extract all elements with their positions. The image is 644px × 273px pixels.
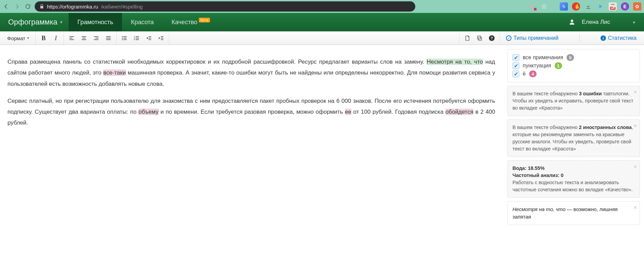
sidebar: ✔ все примечания 5 ✔ пунктуация 1 ✔ ё 4 … [503,45,644,228]
back-button[interactable] [2,2,10,11]
info-icon: i [601,35,606,41]
align-center-button[interactable] [78,33,90,43]
bookmark-star-icon[interactable] [540,2,548,11]
count-badge: 1 [555,62,562,69]
check-circle-icon: ✓ [506,35,511,41]
chevron-down-icon: ▼ [59,20,63,24]
user-icon[interactable] [569,19,575,25]
close-icon[interactable]: × [634,204,637,211]
paragraph: Справа размещена панель со статистикой н… [7,57,495,90]
username: Елена Лис [582,19,610,25]
ordered-list-button[interactable]: 123 [131,33,142,43]
extension-1-icon[interactable] [560,2,568,11]
address-bar[interactable]: https://orfogrammka.ru/кабинет/#spelling [35,1,415,12]
download-icon[interactable] [584,2,592,11]
align-justify-button[interactable] [103,33,114,43]
italic-button[interactable]: I [50,33,62,43]
checkbox-checked-icon[interactable]: ✔ [512,54,519,61]
align-right-button[interactable] [90,33,102,43]
indent-button[interactable] [155,33,167,43]
highlight-pink[interactable]: ее [345,109,351,115]
filter-yo[interactable]: ✔ ё 4 [512,70,635,77]
tab-quality-label: Качество [172,19,197,26]
highlight-green[interactable]: Несмотря на то, что [427,59,483,65]
highlight-pink[interactable]: обойдется [446,109,473,115]
chevron-down-icon: ▼ [27,36,30,40]
paragraph: Сервис платный, но при регистрации польз… [7,96,495,129]
filter-all[interactable]: ✔ все примечания 5 [512,54,635,61]
svg-text:?: ? [490,36,493,40]
extension-last-icon[interactable]: ✿ [633,2,641,11]
editor-area[interactable]: Справа размещена панель со статистикой н… [0,45,503,228]
brand-label: Орфограммка [8,18,57,27]
tab-beauty[interactable]: Красота [122,13,162,31]
lock-icon [39,4,44,9]
forward-button[interactable] [13,2,21,11]
annotation-card[interactable]: × Несмотря на то, что — возможно, лишняя… [507,201,640,225]
extension-adblock-icon[interactable]: ✋ [572,2,580,11]
editor-toolbar: Формат▼ B I 123 ? ✓ Типы примечаний i Ст… [0,31,644,45]
svg-rect-8 [477,36,481,39]
close-icon[interactable]: × [634,163,637,171]
url-origin: https://orfogrammka.ru [47,4,98,10]
tip-tautology: × В вашем тексте обнаружено 3 ошибки тав… [507,86,640,116]
profile-avatar[interactable]: Е [621,2,629,11]
close-icon[interactable]: × [634,122,637,130]
bold-button[interactable]: B [38,33,49,43]
filter-panel: ✔ все примечания 5 ✔ пунктуация 1 ✔ ё 4 [507,49,640,82]
align-left-button[interactable] [66,33,77,43]
help-button[interactable]: ? [486,33,498,43]
chevron-down-icon: ▼ [632,20,636,25]
svg-point-1 [122,36,123,37]
url-path: /кабинет/#spelling [101,4,143,10]
extension-play-icon[interactable] [596,2,605,11]
separator [579,34,580,42]
extension-off-icon[interactable]: off [609,2,617,11]
tip-water: × Вода: 18.55% Частотный анализ: 0 Работ… [507,160,640,198]
outdent-button[interactable] [143,33,155,43]
brand-menu[interactable]: Орфограммка ▼ [3,13,69,31]
bullet-list-button[interactable] [119,33,130,43]
format-dropdown[interactable]: Формат▼ [3,33,33,43]
highlight-pink[interactable]: все-таки [103,69,126,76]
close-icon[interactable]: × [634,88,637,96]
highlight-pink[interactable]: объему [138,109,158,115]
svg-point-2 [122,38,123,38]
browser-toolbar: https://orfogrammka.ru/кабинет/#spelling… [0,0,644,13]
svg-point-3 [122,39,123,40]
statistics-link[interactable]: i Статистика [601,35,637,41]
checkbox-checked-icon[interactable]: ✔ [512,62,519,69]
annotation-types-link[interactable]: ✓ Типы примечаний [506,35,558,41]
svg-text:3: 3 [134,38,135,41]
filter-punctuation[interactable]: ✔ пунктуация 1 [512,62,635,69]
tab-quality[interactable]: Качество бета [163,13,219,31]
tip-foreign-words: × В вашем тексте обнаружено 2 иностранны… [507,119,640,157]
reload-button[interactable] [24,2,32,11]
new-doc-button[interactable] [462,33,473,43]
count-badge: 4 [529,70,537,77]
shield-icon[interactable] [528,2,536,11]
copy-button[interactable] [474,33,485,43]
count-badge: 5 [567,54,574,61]
app-navbar: Орфограммка ▼ Грамотность Красота Качест… [0,13,644,31]
beta-badge: бета [199,18,210,22]
checkbox-checked-icon[interactable]: ✔ [512,70,519,77]
user-menu[interactable]: Елена Лис ▼ [582,19,636,26]
svg-rect-7 [478,37,482,41]
tab-literacy[interactable]: Грамотность [69,13,122,31]
